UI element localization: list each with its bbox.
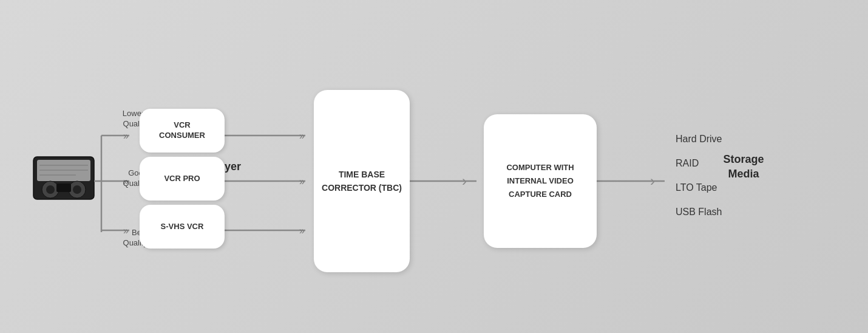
svg-point-5: [73, 185, 81, 194]
svg-text:»: »: [299, 225, 305, 236]
storage-usb-flash: USB Flash: [676, 207, 722, 218]
storage-lto-tape: LTO Tape: [676, 182, 722, 193]
svg-rect-0: [33, 157, 94, 199]
digitizer-box: COMPUTER WITH INTERNAL VIDEO CAPTURE CAR…: [484, 114, 597, 248]
storage-list: Hard Drive RAID LTO Tape USB Flash: [676, 134, 722, 218]
svg-text:»: »: [299, 176, 305, 187]
svg-rect-6: [56, 184, 71, 192]
svg-text:›: ›: [650, 173, 655, 189]
svg-point-2: [42, 181, 59, 198]
tbc-box: TIME BASE CORRECTOR (TBC): [314, 90, 410, 272]
storage-hard-drive: Hard Drive: [676, 134, 722, 145]
diagram-container: Player Signal Correction Digitization De…: [0, 0, 868, 333]
storage-raid: RAID: [676, 158, 722, 169]
vcr-consumer-box: VCR CONSUMER: [140, 109, 225, 153]
svg-text:›: ›: [462, 173, 467, 189]
svg-rect-1: [37, 160, 90, 181]
tape-graphic: [33, 157, 94, 199]
players-column: VCR CONSUMER VCR PRO S-VHS VCR: [140, 109, 225, 249]
svhs-vcr-box: S-VHS VCR: [140, 205, 225, 249]
svg-text:»: »: [299, 131, 305, 141]
diagram-inner: Player Signal Correction Digitization De…: [21, 15, 847, 318]
vcr-pro-box: VCR PRO: [140, 157, 225, 201]
svg-point-3: [46, 185, 55, 194]
svg-point-4: [69, 181, 86, 198]
